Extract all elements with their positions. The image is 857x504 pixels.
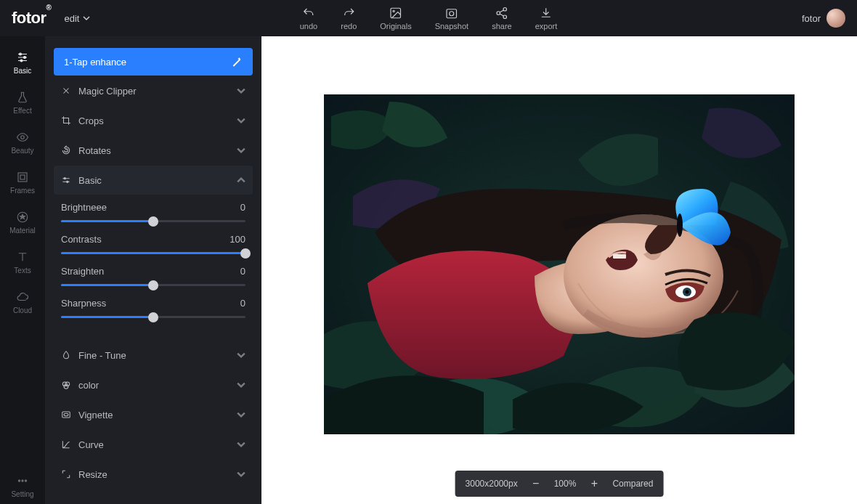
frame-icon [16,171,29,184]
share-icon [495,7,508,20]
sidebar-item-basic[interactable]: Basic [0,44,45,81]
chevron-down-icon [237,410,245,419]
slider-thumb[interactable] [148,280,158,290]
svg-point-14 [18,480,20,481]
photo-illustration [324,94,795,434]
chevron-down-icon [237,86,245,95]
chevron-down-icon [237,116,245,125]
tool-magic-clipper[interactable]: Magic Clipper [54,76,253,105]
rotate-icon [61,145,71,155]
chevron-down-icon [237,351,245,359]
canvas-area: 3000x2000px − 100% + Compared [261,36,857,504]
slider-thumb[interactable] [148,216,158,227]
chevron-down-icon [83,15,90,22]
svg-point-4 [503,7,507,11]
svg-point-5 [497,11,500,15]
logo: fotor® [12,9,51,28]
slider-contrasts[interactable]: Contrasts100 [61,234,245,254]
slider-track[interactable] [61,316,245,318]
undo-icon [302,7,315,20]
image-icon [389,7,402,20]
chevron-up-icon [237,176,245,184]
svg-point-6 [503,15,507,19]
undo-button[interactable]: undo [300,7,317,31]
chevron-down-icon [237,470,245,479]
tool-curve[interactable]: Curve [54,430,253,459]
tool-crops[interactable]: Crops [54,106,253,135]
slider-track[interactable] [61,220,245,222]
slider-thumb[interactable] [240,248,251,259]
slider-brightness[interactable]: Brightneee0 [61,202,245,222]
tool-resize[interactable]: Resize [54,460,253,489]
tool-basic[interactable]: Basic [54,166,253,195]
sidebar-item-beauty[interactable]: Beauty [0,123,45,160]
user-name: fotor [802,13,821,24]
camera-icon [445,7,458,20]
svg-point-30 [677,214,683,237]
sidebar: Basic Effect Beauty Frames Material Text… [0,36,45,504]
sliders-icon [16,51,29,64]
compared-toggle[interactable]: Compared [612,479,653,489]
user-menu[interactable]: fotor [802,9,845,28]
sidebar-item-frames[interactable]: Frames [0,163,45,200]
svg-rect-22 [62,412,70,418]
sidebar-item-setting[interactable]: Setting [0,467,45,504]
dots-icon [16,474,29,487]
tools-panel: 1-Tap enhance Magic Clipper Crops Rotate… [45,36,261,504]
svg-point-1 [393,10,394,12]
svg-point-8 [24,57,26,59]
star-circle-icon [16,211,29,224]
svg-point-20 [65,382,70,386]
tool-fine-tune[interactable]: Fine - Tune [54,341,253,370]
snapshot-button[interactable]: Snapshot [435,7,468,31]
top-actions: undo redo Originals Snapshot share expor… [300,7,558,31]
svg-point-21 [64,384,68,389]
svg-point-15 [22,480,23,481]
svg-point-16 [25,480,26,481]
redo-icon [342,7,355,20]
svg-point-29 [686,290,689,294]
slider-sharpness[interactable]: Sharpness0 [61,298,245,318]
tool-vignette[interactable]: Vignette [54,400,253,429]
svg-point-23 [64,413,68,416]
cloud-icon [16,290,29,304]
redo-button[interactable]: redo [341,7,357,31]
svg-rect-26 [613,254,626,259]
sidebar-item-material[interactable]: Material [0,203,45,240]
scissors-icon [61,86,71,96]
svg-rect-2 [447,9,457,17]
vignette-icon [61,410,71,420]
top-bar: fotor® edit undo redo Originals Snapshot… [0,0,857,36]
eye-icon [16,131,29,144]
canvas-status-bar: 3000x2000px − 100% + Compared [455,471,664,497]
text-icon [16,251,29,264]
zoom-level: 100% [554,479,577,489]
chevron-down-icon [237,146,245,155]
one-tap-enhance-button[interactable]: 1-Tap enhance [54,48,253,76]
tool-color[interactable]: color [54,370,253,399]
mode-dropdown[interactable]: edit [64,13,90,24]
zoom-in-button[interactable]: + [588,477,601,490]
mode-label: edit [64,13,79,24]
basic-sliders: Brightneee0 Contrasts100 Straighten0 Sha… [54,195,253,340]
slider-thumb[interactable] [148,312,158,322]
flask-icon [16,91,29,104]
image-dimensions: 3000x2000px [466,479,518,489]
slider-straighten[interactable]: Straighten0 [61,266,245,286]
canvas-image[interactable] [324,94,795,434]
slider-track[interactable] [61,252,245,254]
sidebar-item-cloud[interactable]: Cloud [0,283,45,320]
tool-rotates[interactable]: Rotates [54,136,253,165]
zoom-out-button[interactable]: − [529,477,543,490]
svg-point-7 [20,53,22,55]
drop-icon [61,350,71,360]
svg-point-18 [67,181,68,182]
svg-point-10 [21,136,25,139]
slider-track[interactable] [61,284,245,286]
sidebar-item-texts[interactable]: Texts [0,243,45,280]
share-button[interactable]: share [492,7,512,31]
svg-rect-12 [20,175,25,179]
originals-button[interactable]: Originals [380,7,411,31]
sidebar-item-effect[interactable]: Effect [0,84,45,121]
export-button[interactable]: export [535,7,558,31]
